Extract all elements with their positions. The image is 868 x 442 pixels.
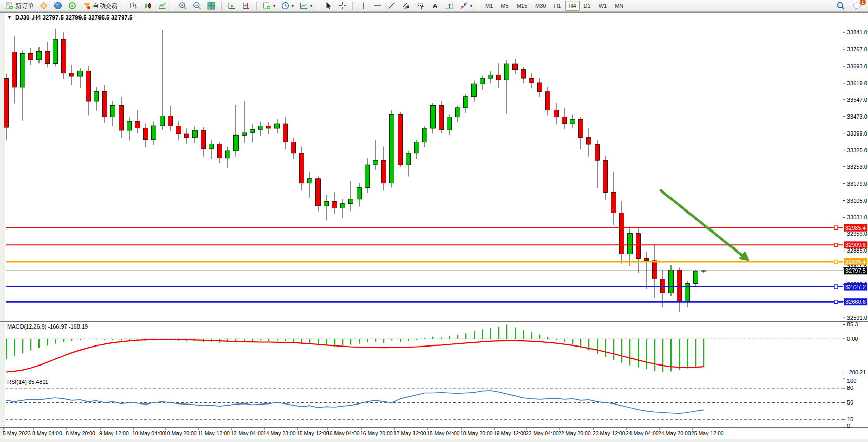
time-tick-label: 18 May 04:00 (427, 430, 460, 436)
macd-pane-label: MACD(12,26,9) -166.97 -168.19 (7, 323, 88, 330)
fibonacci-button[interactable]: F (414, 0, 427, 11)
channel-button[interactable]: E (400, 0, 413, 11)
candle (201, 130, 206, 149)
arrows-button[interactable]: ▾ (457, 0, 475, 11)
timeframe-m15[interactable]: M15 (513, 1, 531, 11)
candle (415, 142, 419, 153)
indicators-button[interactable]: ▾ (260, 0, 278, 11)
zoom-in-button[interactable] (176, 0, 189, 11)
crosshair-button[interactable] (336, 0, 349, 11)
svg-text:T: T (448, 3, 451, 9)
price-tick-label: 33179.0 (847, 181, 867, 187)
new-order-icon (5, 1, 14, 10)
candle (472, 84, 477, 97)
trendline-button[interactable] (385, 0, 399, 11)
bar-chart-button[interactable] (127, 0, 140, 11)
toolbar-separator (318, 2, 319, 10)
vertical-line-button[interactable] (357, 0, 370, 11)
line-endpoint-marker[interactable] (834, 260, 838, 263)
candle (595, 144, 600, 160)
candle (661, 279, 665, 293)
candle (694, 271, 698, 284)
line-chart-button[interactable] (155, 0, 169, 11)
candle (373, 160, 378, 165)
autotrading-button[interactable]: 自动交易 (80, 0, 120, 11)
macd-axis-label: 0.00 (847, 336, 858, 342)
svg-text:A: A (433, 3, 438, 10)
candle (644, 259, 649, 261)
candle (497, 75, 501, 80)
periods-button[interactable]: ▾ (279, 0, 296, 11)
line-endpoint-marker[interactable] (834, 226, 838, 229)
candle (521, 70, 526, 79)
candle (70, 73, 74, 76)
candlestick-chart-button[interactable] (141, 0, 154, 11)
time-tick-label: 10 May 20:00 (164, 430, 197, 436)
line-endpoint-marker[interactable] (834, 243, 838, 247)
search-icon (836, 1, 845, 10)
macd-axis-label: 85.3 (847, 321, 858, 328)
tile-windows-button[interactable] (205, 0, 218, 11)
chat-button[interactable]: 1 (851, 0, 864, 11)
horizontal-line-button[interactable] (371, 0, 384, 11)
timeframe-m30[interactable]: M30 (531, 1, 549, 11)
time-tick-label: 18 May 20:00 (460, 430, 493, 436)
gold-icon-button[interactable] (37, 0, 50, 11)
price-tick-label: 33767.0 (847, 46, 867, 52)
timeframe-d1[interactable]: D1 (580, 1, 595, 11)
time-tick-label: 10 May 04:00 (132, 430, 165, 436)
time-tick-label: 15 May 12:00 (297, 430, 329, 436)
toolbar-buttons: 新订单自动交易▾▾▾EFAT▾ (3, 0, 481, 11)
chart-shift-button[interactable] (240, 0, 253, 11)
price-tick-label: 33693.0 (847, 63, 867, 69)
candles-chart-icon (143, 1, 152, 10)
chart-shift-icon (242, 1, 251, 10)
timeframe-m1[interactable]: M1 (482, 1, 497, 11)
time-tick-label: 16 May 04:00 (327, 430, 360, 436)
candle (677, 270, 682, 302)
candle (603, 160, 608, 192)
macd-axis-label: -200.21 (847, 369, 866, 375)
line-endpoint-marker[interactable] (834, 285, 838, 289)
cursor-button[interactable] (322, 0, 335, 11)
trendline-icon (387, 1, 397, 10)
rsi-axis-label: 100 (847, 378, 856, 384)
time-tick-label: 11 May 12:00 (198, 430, 230, 436)
time-tick-label: 23 May 12:00 (593, 430, 625, 436)
timeframe-h4[interactable]: H4 (565, 1, 580, 11)
profile-icon-button[interactable] (51, 0, 65, 11)
zoom-in-icon (178, 1, 187, 10)
text-label-button[interactable]: T (443, 0, 456, 11)
text-button[interactable]: A (428, 0, 442, 11)
zoom-out-button[interactable] (190, 0, 204, 11)
auto-scroll-button[interactable] (225, 0, 239, 11)
timeframe-h1[interactable]: H1 (550, 1, 564, 11)
symbol-menu-icon[interactable]: ▼ (7, 15, 12, 20)
rsi-axis-label: 0 (847, 422, 850, 429)
line-endpoint-marker[interactable] (834, 300, 838, 304)
arrows-icon (459, 1, 468, 10)
candle (103, 91, 107, 117)
candle (226, 151, 230, 158)
candle (152, 126, 156, 140)
new-order-button[interactable]: 新订单 (3, 0, 36, 11)
chevron-down-icon: ▾ (470, 4, 472, 8)
timeframe-w1[interactable]: W1 (595, 1, 611, 11)
candle (37, 52, 42, 60)
templates-button[interactable]: ▾ (297, 0, 314, 11)
search-button[interactable] (834, 0, 847, 11)
autotrade-icon (82, 1, 91, 10)
toolbar-separator (172, 2, 173, 10)
timeframe-m5[interactable]: M5 (497, 1, 512, 11)
signals-icon-button[interactable] (66, 0, 79, 11)
toolbar-separator (478, 2, 479, 10)
vline-icon (359, 1, 368, 10)
candle (488, 75, 493, 78)
time-tick-label: 14 May 23:00 (263, 430, 296, 436)
rsi-pane-label: RSI(14) 35.4811 (7, 379, 48, 385)
candle (316, 179, 321, 206)
chevron-down-icon: ▾ (273, 4, 275, 8)
toolbar-separator (256, 2, 257, 10)
candle (456, 108, 460, 117)
timeframe-mn[interactable]: MN (611, 1, 627, 11)
